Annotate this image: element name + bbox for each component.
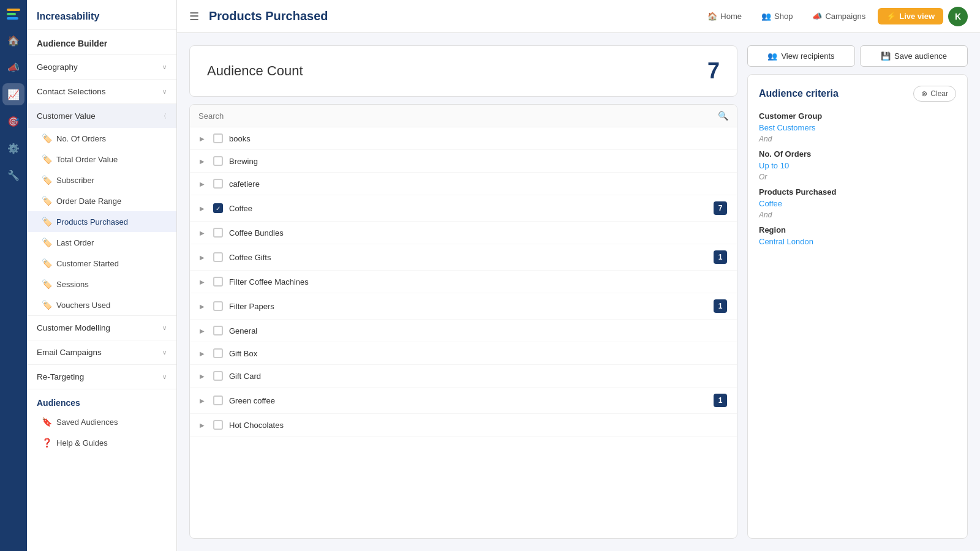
product-row[interactable]: ▶Coffee Gifts1 bbox=[190, 244, 737, 271]
campaigns-nav-icon: 📣 bbox=[812, 12, 822, 21]
item-tag-icon: 🏷️ bbox=[42, 133, 51, 143]
sidebar-section-email-header[interactable]: Email Campaigns ∨ bbox=[27, 340, 176, 364]
help-label: Help & Guides bbox=[56, 438, 108, 448]
user-avatar[interactable]: K bbox=[948, 7, 968, 26]
expand-arrow-icon[interactable]: ▶ bbox=[200, 303, 207, 310]
cv-items-list: 🏷️No. Of Orders🏷️Total Order Value🏷️Subs… bbox=[27, 128, 176, 315]
products-card: 🔍 ▶books▶Brewing▶cafetiere▶✓Coffee7▶Coff… bbox=[189, 104, 737, 539]
nav-tools-icon[interactable]: 🔧 bbox=[2, 164, 24, 186]
sidebar-item-total-order-value[interactable]: 🏷️Total Order Value bbox=[27, 149, 176, 170]
nav-analytics-icon[interactable]: 📈 bbox=[2, 83, 24, 105]
product-checkbox[interactable] bbox=[213, 252, 223, 262]
sidebar-section-retargeting-header[interactable]: Re-Targeting ∨ bbox=[27, 365, 176, 389]
product-row[interactable]: ▶books bbox=[190, 127, 737, 150]
sidebar-section-cv-header[interactable]: Customer Value 〈 bbox=[27, 104, 176, 128]
product-row[interactable]: ▶Gift Card bbox=[190, 365, 737, 388]
retargeting-chevron-icon: ∨ bbox=[162, 373, 167, 380]
save-audience-button[interactable]: 💾 Save audience bbox=[860, 45, 968, 67]
sidebar-section-contact: Contact Selections ∨ bbox=[27, 80, 176, 104]
product-badge: 1 bbox=[714, 299, 727, 313]
retargeting-label: Re-Targeting bbox=[37, 372, 84, 381]
expand-arrow-icon[interactable]: ▶ bbox=[200, 422, 207, 429]
product-checkbox[interactable] bbox=[213, 228, 223, 238]
menu-icon[interactable]: ☰ bbox=[189, 10, 199, 23]
product-row[interactable]: ▶✓Coffee7 bbox=[190, 195, 737, 222]
criteria-group-value: Up to 10 bbox=[759, 161, 956, 170]
sidebar: Increasability Audience Builder Geograph… bbox=[27, 0, 177, 551]
sidebar-item-last-order[interactable]: 🏷️Last Order bbox=[27, 232, 176, 253]
sidebar-item-help[interactable]: ❓ Help & Guides bbox=[27, 432, 176, 453]
main: ☰ Products Purchased 🏠 Home 👥 Shop 📣 Cam… bbox=[177, 0, 980, 551]
expand-arrow-icon[interactable]: ▶ bbox=[200, 328, 207, 334]
sidebar-item-sessions[interactable]: 🏷️Sessions bbox=[27, 274, 176, 294]
sidebar-item-saved-audiences[interactable]: 🔖 Saved Audiences bbox=[27, 411, 176, 432]
product-row[interactable]: ▶Filter Papers1 bbox=[190, 293, 737, 320]
sidebar-item-products-purchased[interactable]: 🏷️Products Purchased bbox=[27, 211, 176, 232]
nav-campaigns-button[interactable]: 📣 Campaigns bbox=[805, 8, 873, 24]
clear-icon: ⊗ bbox=[921, 89, 927, 98]
nav-home-button[interactable]: 🏠 Home bbox=[700, 8, 749, 24]
product-checkbox[interactable] bbox=[213, 179, 223, 189]
nav-shop-button[interactable]: 👥 Shop bbox=[754, 8, 800, 24]
product-checkbox[interactable] bbox=[213, 301, 223, 311]
search-input[interactable] bbox=[198, 111, 713, 121]
expand-arrow-icon[interactable]: ▶ bbox=[200, 230, 207, 236]
product-name: Brewing bbox=[229, 157, 727, 166]
expand-arrow-icon[interactable]: ▶ bbox=[200, 135, 207, 142]
expand-arrow-icon[interactable]: ▶ bbox=[200, 205, 207, 212]
item-label: No. Of Orders bbox=[56, 134, 106, 143]
product-checkbox[interactable] bbox=[213, 156, 223, 166]
product-checkbox[interactable] bbox=[213, 395, 223, 405]
product-row[interactable]: ▶Coffee Bundles bbox=[190, 222, 737, 244]
expand-arrow-icon[interactable]: ▶ bbox=[200, 279, 207, 285]
clear-button[interactable]: ⊗ Clear bbox=[913, 86, 956, 102]
view-recipients-button[interactable]: 👥 View recipients bbox=[747, 45, 855, 67]
expand-arrow-icon[interactable]: ▶ bbox=[200, 254, 207, 261]
expand-arrow-icon[interactable]: ▶ bbox=[200, 181, 207, 187]
topbar-nav: 🏠 Home 👥 Shop 📣 Campaigns ⚡ Live view K bbox=[700, 7, 968, 26]
sidebar-item-customer-started[interactable]: 🏷️Customer Started bbox=[27, 253, 176, 274]
nav-megaphone-icon[interactable]: 📣 bbox=[2, 56, 24, 78]
product-checkbox[interactable] bbox=[213, 326, 223, 335]
product-row[interactable]: ▶General bbox=[190, 320, 737, 342]
item-tag-icon: 🏷️ bbox=[42, 238, 51, 247]
sidebar-section-modelling-header[interactable]: Customer Modelling ∨ bbox=[27, 316, 176, 340]
product-name: Green coffee bbox=[229, 396, 707, 405]
live-view-button[interactable]: ⚡ Live view bbox=[878, 8, 943, 24]
product-checkbox[interactable] bbox=[213, 133, 223, 143]
product-checkbox[interactable]: ✓ bbox=[213, 203, 223, 213]
product-checkbox[interactable] bbox=[213, 277, 223, 287]
product-checkbox[interactable] bbox=[213, 420, 223, 430]
sidebar-section-geography-header[interactable]: Geography ∨ bbox=[27, 55, 176, 79]
lightning-icon: ⚡ bbox=[886, 12, 896, 21]
product-checkbox[interactable] bbox=[213, 371, 223, 381]
item-tag-icon: 🏷️ bbox=[42, 217, 51, 227]
audience-builder-label: Audience Builder bbox=[37, 39, 107, 48]
expand-arrow-icon[interactable]: ▶ bbox=[200, 350, 207, 357]
product-row[interactable]: ▶Filter Coffee Machines bbox=[190, 271, 737, 293]
product-row[interactable]: ▶Green coffee1 bbox=[190, 388, 737, 414]
product-row[interactable]: ▶cafetiere bbox=[190, 173, 737, 195]
expand-arrow-icon[interactable]: ▶ bbox=[200, 397, 207, 404]
nav-target-icon[interactable]: 🎯 bbox=[2, 110, 24, 132]
product-checkbox[interactable] bbox=[213, 348, 223, 358]
page-title: Products Purchased bbox=[209, 9, 690, 23]
product-row[interactable]: ▶Hot Chocolates bbox=[190, 414, 737, 437]
sidebar-section-contact-header[interactable]: Contact Selections ∨ bbox=[27, 80, 176, 103]
criteria-header: Audience criteria ⊗ Clear bbox=[759, 86, 956, 102]
sidebar-item-vouchers-used[interactable]: 🏷️Vouchers Used bbox=[27, 294, 176, 315]
sidebar-item-order-date-range[interactable]: 🏷️Order Date Range bbox=[27, 190, 176, 211]
criteria-group-value: Central London bbox=[759, 237, 956, 246]
expand-arrow-icon[interactable]: ▶ bbox=[200, 158, 207, 165]
nav-settings-icon[interactable]: ⚙️ bbox=[2, 137, 24, 159]
sidebar-item-subscriber[interactable]: 🏷️Subscriber bbox=[27, 170, 176, 190]
audiences-label: Audiences bbox=[37, 398, 80, 408]
sidebar-item-no.-of-orders[interactable]: 🏷️No. Of Orders bbox=[27, 128, 176, 149]
product-row[interactable]: ▶Brewing bbox=[190, 150, 737, 173]
topbar: ☰ Products Purchased 🏠 Home 👥 Shop 📣 Cam… bbox=[177, 0, 980, 33]
logo-bar-3 bbox=[7, 17, 18, 20]
saved-audiences-label: Saved Audiences bbox=[56, 418, 118, 427]
nav-home-icon[interactable]: 🏠 bbox=[2, 29, 24, 51]
product-row[interactable]: ▶Gift Box bbox=[190, 342, 737, 365]
expand-arrow-icon[interactable]: ▶ bbox=[200, 373, 207, 380]
